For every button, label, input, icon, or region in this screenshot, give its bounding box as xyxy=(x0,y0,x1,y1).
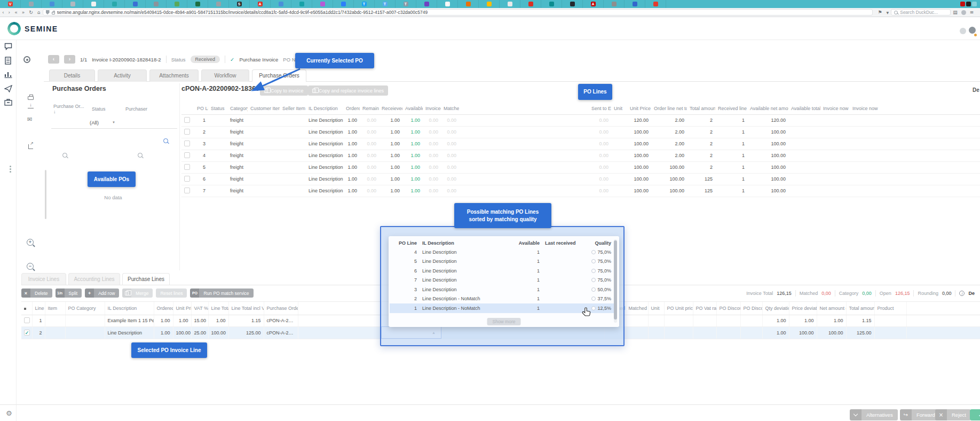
add-row-button[interactable]: +Add row xyxy=(85,289,119,298)
tab-accounting-lines[interactable]: Accounting Lines xyxy=(68,273,120,285)
column-header[interactable]: Seller Item no xyxy=(280,103,306,114)
print-icon[interactable] xyxy=(28,96,34,100)
browser-tab[interactable] xyxy=(966,2,971,6)
quality-radio[interactable] xyxy=(591,297,596,301)
browser-tab[interactable] xyxy=(104,0,125,8)
column-header[interactable]: Category xyxy=(227,103,248,114)
record-icon[interactable] xyxy=(23,56,30,63)
filter-chevron-icon[interactable]: ▼ xyxy=(112,121,115,124)
fast-forward-icon[interactable]: » xyxy=(20,10,27,15)
tab-details[interactable]: Details xyxy=(49,69,95,82)
quality-radio[interactable] xyxy=(591,259,596,263)
delete-button[interactable]: ×Delete xyxy=(21,289,52,298)
column-header[interactable]: Qty deviation xyxy=(762,302,789,315)
row-checkbox[interactable] xyxy=(184,141,190,146)
column-header[interactable]: Ordered xyxy=(154,302,173,315)
row-checkbox[interactable] xyxy=(184,152,190,158)
column-header[interactable]: Matched xyxy=(441,103,459,114)
browser-tab[interactable] xyxy=(167,0,187,8)
po-col-status[interactable]: Status xyxy=(92,106,106,112)
column-header[interactable]: Available xyxy=(402,103,423,114)
browser-tab[interactable] xyxy=(21,0,42,8)
split-button[interactable]: 1/nSplit xyxy=(56,289,82,298)
back-icon[interactable]: ‹ xyxy=(0,10,6,15)
browser-tab[interactable] xyxy=(625,0,645,8)
reload-icon[interactable]: ↻ xyxy=(27,10,35,15)
email-icon[interactable]: ✉ xyxy=(27,116,32,123)
settings-gear-icon[interactable]: ⚙ xyxy=(6,409,12,417)
browser-tab[interactable] xyxy=(520,0,541,8)
browser-tab[interactable]: S xyxy=(229,0,250,8)
column-header[interactable]: PO Vat rate xyxy=(693,302,716,315)
run-po-match-button[interactable]: PORun PO match service xyxy=(190,289,253,298)
user-avatar[interactable] xyxy=(969,26,976,36)
table-row[interactable]: 5freightLine Description1.000.001.001.00… xyxy=(181,161,980,173)
alternatives-button[interactable]: Alternatives xyxy=(850,409,898,420)
browser-tab[interactable] xyxy=(479,0,500,8)
browser-tab[interactable] xyxy=(604,0,625,8)
column-header[interactable] xyxy=(906,302,980,315)
forward-button[interactable]: ↪Forward xyxy=(900,409,940,420)
browser-tab[interactable] xyxy=(291,0,312,8)
open-external-icon[interactable] xyxy=(28,144,33,149)
browser-tab[interactable]: T xyxy=(396,0,416,8)
tab-invoice-lines[interactable]: Invoice Lines xyxy=(21,273,66,285)
profile-icon[interactable] xyxy=(961,10,966,15)
column-header[interactable]: IL Description xyxy=(306,103,343,114)
rewind-icon[interactable]: « xyxy=(12,10,20,15)
po-col-purchase-order[interactable]: Purchase Or...↓ xyxy=(53,104,84,114)
panel-scrollbar[interactable] xyxy=(45,170,46,219)
column-header[interactable]: Sent to ERP xyxy=(589,103,611,114)
send-icon[interactable] xyxy=(4,85,12,92)
column-header[interactable]: Available net amount xyxy=(747,103,788,114)
column-header[interactable]: Net amount de... xyxy=(817,302,846,315)
browser-tab[interactable] xyxy=(333,0,354,8)
column-header[interactable] xyxy=(298,302,381,315)
column-header[interactable]: PO Discoun... xyxy=(740,302,762,315)
browser-tab[interactable]: + xyxy=(437,0,458,8)
url-field[interactable]: semine.angular.nginx.devsemine.no/main/e… xyxy=(43,9,873,15)
column-header[interactable]: PO Line xyxy=(194,103,208,114)
bookmark-icon[interactable]: ⚑ xyxy=(876,10,884,15)
prev-invoice-button[interactable]: ‹ xyxy=(48,55,59,64)
browser-tab[interactable] xyxy=(541,0,562,8)
po-line-option[interactable]: 1Line Description - NoMatch112,5% xyxy=(390,303,614,313)
column-header[interactable] xyxy=(459,103,589,114)
download-icon[interactable]: ↓ xyxy=(28,103,34,108)
column-header[interactable]: Unit Price xyxy=(173,302,191,315)
row-checkbox[interactable] xyxy=(184,164,190,170)
po-line-option[interactable]: 3Line Description150,0% xyxy=(390,285,614,294)
reset-lines-button[interactable]: Reset lines xyxy=(156,289,187,298)
forward-icon[interactable]: › xyxy=(6,10,13,15)
column-header[interactable]: Unit Price xyxy=(627,103,651,114)
clipped-right-label[interactable]: De xyxy=(973,87,979,93)
column-header[interactable]: Item xyxy=(45,302,65,315)
column-header[interactable]: Invoiced xyxy=(423,103,441,114)
browser-tab[interactable]: T xyxy=(354,0,375,8)
purchase-invoice-check-icon[interactable]: ✓ xyxy=(230,57,234,63)
po-col-purchaser[interactable]: Purchaser xyxy=(125,106,147,112)
browser-search-input[interactable]: Search DuckDuc... xyxy=(891,9,951,15)
column-header[interactable]: Available total amount xyxy=(788,103,820,114)
column-header[interactable]: Total amount ... xyxy=(846,302,874,315)
organization-icon[interactable] xyxy=(4,99,12,106)
column-header[interactable]: Line Total xyxy=(208,302,228,315)
shield-icon[interactable] xyxy=(46,10,50,14)
browser-tab[interactable] xyxy=(146,0,167,8)
quality-radio[interactable] xyxy=(591,269,596,273)
popup-scrollbar[interactable] xyxy=(614,239,617,323)
comments-icon[interactable] xyxy=(4,43,12,50)
zoom-out-icon[interactable]: − xyxy=(27,263,34,270)
chart-icon[interactable] xyxy=(4,71,12,78)
browser-tab[interactable] xyxy=(83,0,104,8)
zoom-in-icon[interactable]: + xyxy=(27,239,34,246)
column-header[interactable]: Receieved xyxy=(379,103,402,114)
browser-tab[interactable] xyxy=(208,0,229,8)
po-line-option[interactable]: 4Line Description175,0% xyxy=(390,247,614,257)
browser-tab[interactable] xyxy=(312,0,333,8)
column-header[interactable]: Purchase Order xyxy=(264,302,298,315)
table-row[interactable]: 4freightLine Description1.000.001.001.00… xyxy=(181,150,980,161)
drag-handle-icon[interactable] xyxy=(10,166,11,167)
po-filter-search-icon[interactable] xyxy=(62,153,67,158)
column-header[interactable]: Line xyxy=(32,302,45,315)
